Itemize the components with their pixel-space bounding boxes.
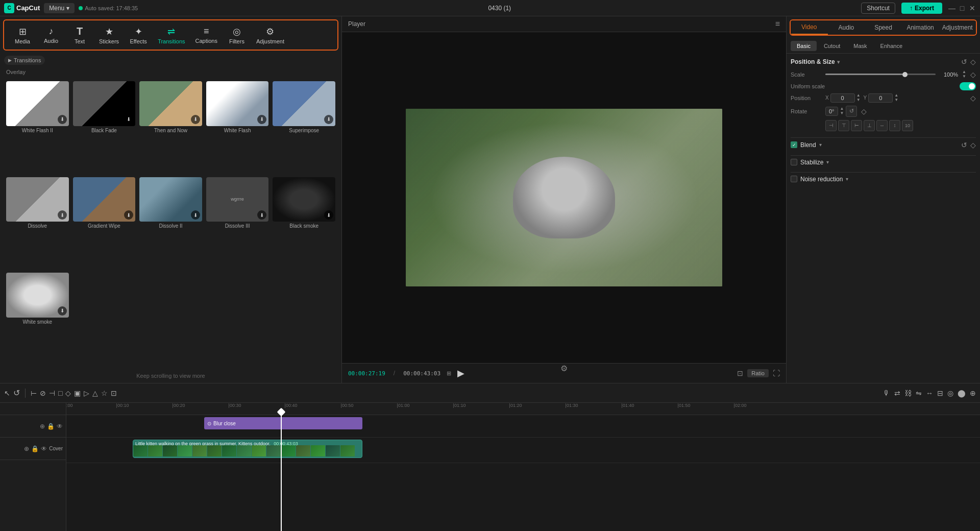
align-bottom[interactable]: ↕: [889, 120, 900, 131]
player-menu-button[interactable]: ≡: [775, 19, 780, 29]
video-clip[interactable]: Little kitten walking on the green grass…: [133, 440, 362, 458]
video-add-icon[interactable]: ⊕: [24, 445, 29, 452]
download-icon-superimpose[interactable]: ⬇: [324, 115, 333, 124]
scale-decrement[interactable]: ▼: [962, 75, 966, 79]
subtab-mask[interactable]: Mask: [847, 41, 873, 51]
download-icon-white-flash[interactable]: ⬇: [257, 115, 266, 124]
cursor-tool[interactable]: ↖: [4, 389, 10, 397]
shortcut-button[interactable]: Shortcut: [861, 3, 895, 14]
keyframe-button[interactable]: △: [92, 389, 98, 397]
undo-button[interactable]: ↺: [13, 388, 20, 398]
download-icon-black-fade[interactable]: ⬇: [124, 115, 133, 124]
maximize-button[interactable]: □: [959, 5, 966, 12]
download-icon-dissolve[interactable]: ⬇: [58, 210, 67, 220]
blend-checkbox[interactable]: ✓: [791, 141, 797, 148]
effect-lock-icon[interactable]: 🔒: [47, 423, 55, 430]
tab-adjustment[interactable]: Adjustment: [939, 21, 976, 34]
y-decrement[interactable]: ▼: [894, 98, 898, 103]
video-eye-icon[interactable]: 👁: [41, 445, 47, 452]
split-button[interactable]: ⊘: [40, 389, 46, 397]
unlink-button[interactable]: ⇋: [916, 389, 922, 397]
align-middle-h[interactable]: ↔: [876, 120, 888, 131]
transition-gradient-wipe[interactable]: ⬇ Gradient Wipe: [73, 177, 136, 269]
download-icon-gradient-wipe[interactable]: ⬇: [124, 210, 133, 220]
audio-track-button[interactable]: ◎: [947, 389, 953, 397]
split-end-button[interactable]: ⊣: [49, 389, 55, 397]
effects-panel-button[interactable]: ☆: [101, 389, 108, 397]
subtab-basic[interactable]: Basic: [791, 41, 817, 51]
fullscreen-button[interactable]: ⛶: [773, 369, 780, 377]
effect-add-icon[interactable]: ⊕: [40, 423, 45, 430]
transition-then-and-now[interactable]: ⬇ Then and Now: [139, 81, 202, 173]
transitions-nav-item[interactable]: ▶ Transitions: [4, 56, 45, 65]
ratio-button[interactable]: Ratio: [747, 369, 769, 377]
effect-eye-icon[interactable]: 👁: [57, 423, 63, 430]
close-button[interactable]: ✕: [969, 5, 976, 12]
uniform-scale-toggle[interactable]: [960, 82, 976, 90]
blend-reset-button[interactable]: ↺: [961, 141, 967, 149]
rotate-diamond[interactable]: ◇: [861, 107, 867, 115]
link-button[interactable]: ⛓: [904, 389, 912, 397]
split-start-button[interactable]: ⊢: [31, 389, 37, 397]
align-center-v[interactable]: ⊤: [838, 120, 849, 131]
tab-video[interactable]: Video: [791, 20, 828, 35]
align-right[interactable]: ⊢: [851, 120, 862, 131]
video-lock-icon[interactable]: 🔒: [31, 445, 39, 452]
scale-slider-thumb[interactable]: [902, 72, 908, 77]
minimize-button[interactable]: —: [948, 5, 955, 12]
x-decrement[interactable]: ▼: [856, 98, 861, 103]
transition-black-smoke[interactable]: ⬇ Black smoke: [273, 177, 335, 269]
align-top[interactable]: ⊥: [864, 120, 875, 131]
align-left[interactable]: ⊣: [825, 120, 837, 131]
transition-white-flash-ii[interactable]: ⬇ White Flash II: [6, 81, 69, 173]
more-button[interactable]: ⬤: [958, 389, 966, 397]
toolbar-adjustment[interactable]: ⚙ Adjustment: [251, 24, 289, 46]
toolbar-media[interactable]: ⊞ Media: [8, 24, 37, 46]
transition-superimpose[interactable]: ⬇ Superimpose: [273, 81, 335, 173]
toolbar-captions[interactable]: ≡ Captions: [190, 24, 223, 46]
mic-button[interactable]: 🎙: [883, 389, 890, 397]
tab-animation[interactable]: Animation: [902, 21, 939, 34]
caption-button[interactable]: ⊟: [937, 389, 943, 397]
rotate-decrement[interactable]: ▼: [840, 111, 844, 116]
effect-clip[interactable]: ⊙ Blur close: [204, 417, 362, 429]
play-button[interactable]: ▶: [457, 368, 464, 379]
fit-icon-button[interactable]: ⊡: [737, 369, 743, 377]
split-track-button[interactable]: ⇄: [894, 389, 900, 397]
x-input[interactable]: [830, 93, 855, 103]
toolbar-filters[interactable]: ◎ Filters: [223, 24, 251, 46]
rotate-reset-button[interactable]: ↺: [846, 106, 857, 117]
toolbar-audio[interactable]: ♪ Audio: [37, 24, 65, 46]
download-icon-dissolve-iii[interactable]: ⬇: [257, 210, 266, 220]
download-icon-white-smoke[interactable]: ⬇: [58, 306, 67, 316]
stabilize-checkbox[interactable]: [791, 159, 797, 165]
crop-button[interactable]: ▣: [74, 389, 81, 397]
transition-dissolve-ii[interactable]: ⬇ Dissolve II: [139, 177, 202, 269]
toolbar-transitions[interactable]: ⇌ Transitions: [153, 24, 190, 46]
download-icon-then-and-now[interactable]: ⬇: [191, 115, 200, 124]
toolbar-stickers[interactable]: ★ Stickers: [94, 24, 124, 46]
transition-dissolve-iii[interactable]: wgrrre ⬇ Dissolve III: [206, 177, 269, 269]
tab-audio[interactable]: Audio: [828, 21, 865, 34]
blend-diamond-button[interactable]: ◇: [970, 141, 976, 149]
position-diamond-button[interactable]: ◇: [970, 58, 976, 66]
menu-button[interactable]: Menu ▾: [44, 3, 75, 13]
lock-button[interactable]: ↔: [926, 389, 933, 397]
playhead[interactable]: [281, 415, 282, 531]
delete-button[interactable]: □: [58, 389, 62, 397]
subtab-cutout[interactable]: Cutout: [818, 41, 846, 51]
tab-speed[interactable]: Speed: [865, 21, 902, 34]
scale-diamond[interactable]: ◇: [970, 70, 976, 79]
transition-white-smoke[interactable]: ⬇ White smoke: [6, 273, 69, 365]
transition-black-fade[interactable]: ⬇ Black Fade: [73, 81, 136, 173]
play-range-button[interactable]: ▷: [84, 389, 89, 397]
subtab-enhance[interactable]: Enhance: [874, 41, 909, 51]
y-input[interactable]: [868, 93, 893, 103]
download-icon-black-smoke[interactable]: ⬇: [324, 210, 333, 220]
toolbar-effects[interactable]: ✦ Effects: [124, 24, 153, 46]
toolbar-text[interactable]: T Text: [65, 23, 94, 46]
align-distribute[interactable]: 10: [902, 120, 913, 131]
position-reset-button[interactable]: ↺: [961, 58, 967, 66]
transition-white-flash[interactable]: ⬇ White Flash: [206, 81, 269, 173]
scale-slider[interactable]: [825, 74, 936, 75]
